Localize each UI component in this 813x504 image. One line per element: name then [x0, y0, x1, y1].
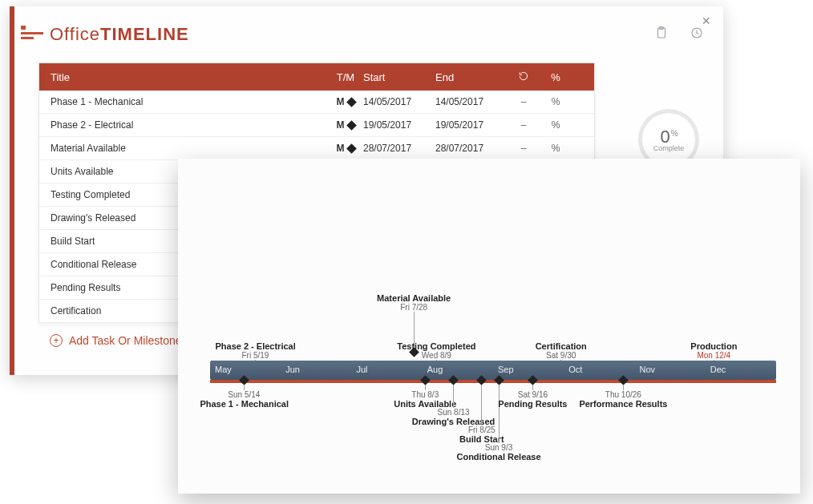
milestone-icon [346, 120, 357, 131]
milestone-name: Performance Results [579, 399, 667, 409]
completion-label: Complete [653, 144, 685, 152]
milestone-below: Sun 5/14Phase 1 - Mechanical [200, 375, 288, 409]
milestone-below: Thu 10/26Performance Results [579, 375, 667, 409]
col-percent[interactable]: % [540, 71, 572, 83]
table-row[interactable]: Material AvailableM28/07/201728/07/2017–… [39, 137, 594, 160]
table-row[interactable]: Phase 2 - ElectricalM19/05/201719/05/201… [39, 114, 594, 137]
plus-icon: + [50, 334, 63, 347]
row-rec: – [508, 143, 540, 154]
col-end[interactable]: End [435, 71, 508, 83]
col-recurrence-icon[interactable] [508, 71, 540, 84]
month-tick: Jul [352, 361, 368, 380]
row-title: Material Available [39, 143, 328, 154]
milestone-name: Pending Results [488, 399, 576, 409]
milestone-name: Certification [521, 341, 601, 351]
col-title[interactable]: Title [39, 71, 328, 83]
row-end: 19/05/2017 [435, 119, 508, 131]
row-start: 14/05/2017 [363, 96, 435, 107]
diamond-icon [618, 375, 629, 385]
row-title: Phase 2 - Electrical [39, 119, 328, 131]
completion-unit: % [671, 129, 678, 138]
svg-rect-2 [21, 37, 34, 39]
milestone-date: Fri 7/28 [374, 303, 454, 312]
milestone-date: Wed 8/9 [396, 351, 476, 360]
row-end: 14/05/2017 [435, 96, 508, 107]
row-pct: % [540, 119, 572, 131]
close-icon[interactable]: × [702, 13, 710, 30]
svg-rect-1 [21, 32, 43, 34]
milestone-date: Sat 9/16 [488, 390, 576, 399]
milestone-date: Mon 12/4 [673, 351, 754, 360]
table-row[interactable]: Phase 1 - MechanicalM14/05/201714/05/201… [39, 91, 594, 114]
milestone-name: Material Available [374, 293, 454, 303]
brand-icon [21, 26, 43, 43]
row-start: 28/07/2017 [363, 143, 435, 154]
milestone-name: Testing Completed [396, 341, 476, 351]
milestone-icon [346, 97, 357, 107]
milestone-name: Phase 1 - Mechanical [200, 399, 288, 409]
svg-rect-0 [21, 26, 26, 30]
row-title: Phase 1 - Mechanical [39, 96, 328, 107]
milestone-name: Phase 2 - Electrical [215, 341, 295, 351]
row-rec: – [508, 96, 540, 107]
window-header: OfficeTIMELINE [14, 6, 723, 62]
row-pct: % [540, 96, 572, 107]
diamond-icon [239, 375, 249, 385]
milestone-date: Sat 9/30 [521, 351, 601, 360]
milestone-date: Thu 10/26 [579, 390, 667, 399]
milestone-date: Fri 5/19 [215, 351, 295, 360]
add-task-label: Add Task Or Milestone [69, 334, 182, 347]
table-header: Title T/M Start End % [39, 63, 594, 91]
row-start: 19/05/2017 [363, 119, 435, 131]
col-start[interactable]: Start [363, 71, 435, 83]
app-brand: OfficeTIMELINE [21, 24, 189, 45]
clipboard-icon[interactable] [654, 26, 669, 43]
brand-text: OfficeTIMELINE [50, 24, 189, 45]
milestone-name: Conditional Release [455, 452, 543, 462]
month-tick: Dec [706, 361, 726, 380]
milestone-below: Sat 9/16Pending Results [488, 375, 576, 409]
col-tm[interactable]: T/M [328, 71, 363, 83]
row-tm: M [328, 119, 363, 131]
milestone-date: Sun 5/14 [200, 390, 288, 399]
row-end: 28/07/2017 [435, 143, 508, 154]
row-tm: M [328, 143, 363, 154]
milestone-icon [346, 143, 357, 154]
row-rec: – [508, 119, 540, 131]
row-tm: M [328, 96, 363, 107]
diamond-icon [528, 375, 538, 385]
milestone-name: Production [673, 341, 754, 351]
timeline-slide: Phase 2 - ElectricalFri 5/19Material Ava… [178, 159, 800, 494]
row-pct: % [540, 143, 572, 154]
milestone-date: Sun 9/3 [455, 443, 543, 452]
